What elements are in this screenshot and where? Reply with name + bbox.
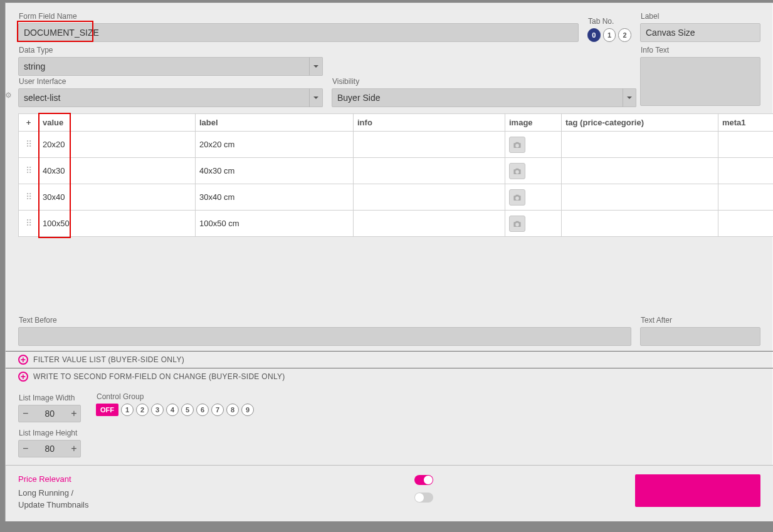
table-row: ⠿100x50100x50 cm [19,211,774,237]
label-input[interactable] [640,23,760,42]
long-running-label-1: Long Running / [18,488,407,499]
user-interface-select[interactable] [18,88,323,107]
user-interface-label: User Interface [19,77,323,86]
cell-value[interactable]: 20x20 [39,132,196,158]
stepper-plus[interactable]: + [67,441,80,457]
list-image-height-stepper[interactable]: − + [18,440,81,457]
control-group-chip-1[interactable]: 1 [121,404,134,416]
table-row: ⠿20x2020x20 cm [19,132,774,158]
cell-tag[interactable] [562,158,718,184]
expand-filter-value-list[interactable]: + FILTER VALUE LIST (BUYER-SIDE ONLY) [6,351,773,368]
info-text-label: Info Text [641,46,760,55]
control-group-chip-6[interactable]: 6 [196,404,209,416]
primary-action-button[interactable] [635,474,760,507]
control-group-off[interactable]: OFF [96,404,118,416]
col-header-image: image [505,114,562,132]
col-header-info: info [354,114,505,132]
cell-value[interactable]: 30x40 [39,184,196,211]
long-running-label-2: Update Thumbnails [18,499,407,511]
image-upload-button[interactable] [509,216,525,232]
cell-value[interactable]: 40x30 [39,158,196,184]
col-header-label: label [196,114,354,132]
cell-label[interactable]: 100x50 cm [196,211,354,237]
cell-label[interactable]: 20x20 cm [196,132,354,158]
col-header-meta1: meta1 [718,114,774,132]
tab-chip-1[interactable]: 1 [603,28,616,42]
col-header-tag: tag (price-categorie) [562,114,718,132]
plus-icon: + [18,355,28,365]
cell-info[interactable] [354,211,505,237]
drag-handle-icon[interactable]: ⠿ [26,169,31,172]
add-row-header[interactable]: + [19,114,39,132]
cell-label[interactable]: 40x30 cm [196,158,354,184]
control-group-chip-5[interactable]: 5 [181,404,194,416]
control-group-chip-8[interactable]: 8 [226,404,239,416]
stepper-plus[interactable]: + [67,405,80,422]
list-image-width-label: List Image Width [19,394,81,402]
cell-info[interactable] [354,132,505,158]
footer: Price Relevant Long Running / Update Thu… [6,465,773,521]
text-after-input[interactable] [640,327,760,346]
plus-icon: + [18,372,28,382]
cell-info[interactable] [354,184,505,211]
value-table: + value label info image tag (price-cate… [18,113,773,237]
col-header-value: value [39,114,196,132]
cell-info[interactable] [354,158,505,184]
data-type-select[interactable] [18,57,323,76]
cell-tag[interactable] [562,132,718,158]
list-image-width-value[interactable] [32,408,67,419]
tab-chip-0[interactable]: 0 [587,28,601,42]
expand-filter-label: FILTER VALUE LIST (BUYER-SIDE ONLY) [33,355,184,364]
visibility-label: Visibility [332,77,636,86]
chevron-down-icon[interactable] [309,88,323,107]
cell-meta1[interactable] [718,158,774,184]
tab-chip-2[interactable]: 2 [618,28,631,42]
chevron-down-icon[interactable] [623,88,636,107]
settings-panel: ⚙ Form Field Name Tab No. 012 Label Data… [5,3,773,521]
drag-handle-icon[interactable]: ⠿ [26,195,31,199]
price-relevant-label: Price Relevant [18,474,407,484]
gear-icon: ⚙ [5,91,12,100]
control-group-chip-7[interactable]: 7 [211,404,224,416]
chevron-down-icon[interactable] [309,57,323,76]
visibility-select[interactable] [332,88,636,107]
text-after-label: Text After [641,316,760,325]
drag-handle-icon[interactable]: ⠿ [26,142,31,146]
data-type-label: Data Type [19,46,323,55]
label-field-label: Label [641,12,760,21]
form-field-name-label: Form Field Name [19,12,579,21]
control-group-chip-4[interactable]: 4 [166,404,179,416]
table-row: ⠿30x4030x40 cm [19,184,774,211]
drag-handle-icon[interactable]: ⠿ [26,221,31,225]
table-row: ⠿40x3040x30 cm [19,158,774,184]
info-text-textarea[interactable] [640,57,760,106]
cell-tag[interactable] [562,184,718,211]
tab-chips: 012 [587,28,631,42]
cell-value[interactable]: 100x50 [39,211,196,237]
cell-tag[interactable] [562,211,718,237]
list-image-height-label: List Image Height [19,429,81,437]
list-image-height-value[interactable] [32,443,67,454]
cell-label[interactable]: 30x40 cm [196,184,354,211]
control-group-chip-3[interactable]: 3 [151,404,164,416]
expand-write-second-field[interactable]: + WRITE TO SECOND FORM-FIELD ON CHANGE (… [6,368,773,385]
image-upload-button[interactable] [509,137,525,153]
cell-meta1[interactable] [718,184,774,211]
form-field-name-input[interactable] [18,23,579,42]
long-running-toggle[interactable] [414,493,433,503]
cell-meta1[interactable] [718,132,774,158]
control-group-label: Control Group [97,392,254,401]
tab-no-label: Tab No. [588,17,631,26]
stepper-minus[interactable]: − [19,441,32,457]
expand-write-label: WRITE TO SECOND FORM-FIELD ON CHANGE (BU… [33,372,285,381]
image-upload-button[interactable] [509,189,525,206]
text-before-input[interactable] [18,327,631,346]
price-relevant-toggle[interactable] [414,475,433,485]
text-before-label: Text Before [19,316,631,325]
stepper-minus[interactable]: − [19,405,32,422]
image-upload-button[interactable] [509,163,525,179]
control-group-chip-2[interactable]: 2 [136,404,149,416]
control-group-chip-9[interactable]: 9 [241,404,254,416]
list-image-width-stepper[interactable]: − + [18,405,81,422]
cell-meta1[interactable] [718,211,774,237]
